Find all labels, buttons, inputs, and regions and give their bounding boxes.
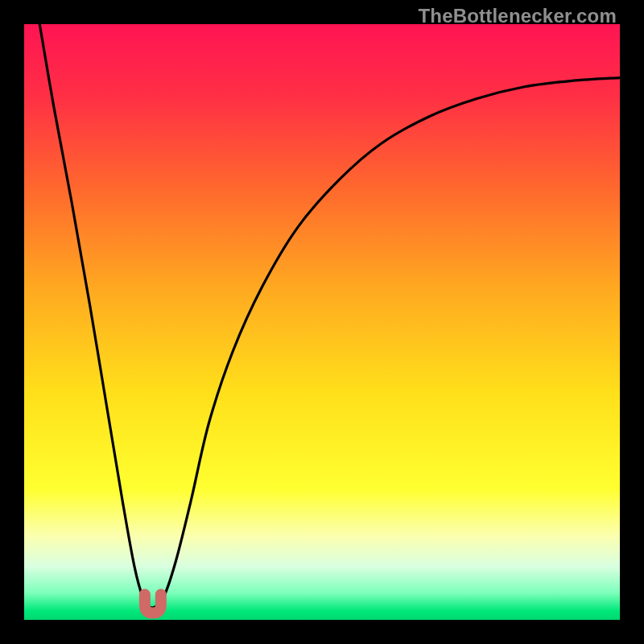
chart-svg [24, 24, 620, 620]
optimal-marker [145, 595, 161, 613]
plot-area [24, 24, 620, 620]
bottleneck-curve [39, 24, 620, 608]
chart-frame: TheBottlenecker.com [0, 0, 644, 644]
watermark-text: TheBottlenecker.com [418, 5, 617, 27]
